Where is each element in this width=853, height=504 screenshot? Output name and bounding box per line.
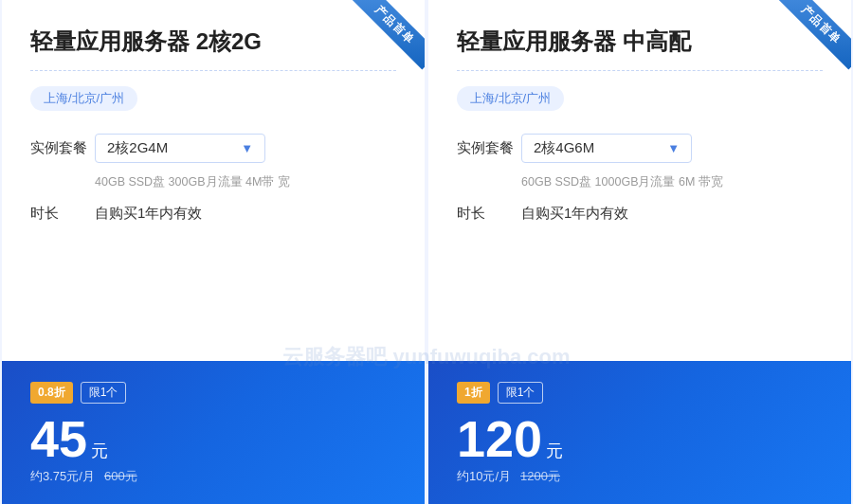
- badge-discount-right: 1折: [457, 382, 490, 404]
- spec-label-right: 实例套餐: [457, 139, 521, 157]
- price-monthly-right: 约10元/月: [457, 468, 511, 485]
- card-right-bottom: 1折 限1个 120 元 约10元/月 1200元: [428, 361, 851, 504]
- ribbon-left-text: 产品首单: [350, 0, 425, 70]
- spec-row-left: 实例套餐 2核2G4M ▼: [30, 134, 396, 163]
- badge-limit-left: 限1个: [81, 382, 127, 404]
- price-unit-left: 元: [91, 440, 108, 462]
- price-main-right: 120 元: [457, 413, 823, 464]
- card-right-title: 轻量应用服务器 中高配: [457, 27, 823, 57]
- location-tag-left: 上海/北京/广州: [30, 86, 137, 111]
- spec-desc-left: 40GB SSD盘 300GB月流量 4M带 宽: [95, 172, 396, 191]
- spec-select-left[interactable]: 2核2G4M ▼: [95, 134, 265, 163]
- badge-limit-right: 限1个: [498, 382, 544, 404]
- spec-select-right[interactable]: 2核4G6M ▼: [521, 134, 692, 163]
- duration-label-left: 时长: [30, 205, 95, 223]
- price-main-left: 45 元: [30, 413, 396, 464]
- card-left-bottom: 0.8折 限1个 45 元 约3.75元/月 600元: [2, 361, 425, 504]
- badge-row-left: 0.8折 限1个: [30, 382, 396, 404]
- spec-select-text-right: 2核4G6M: [534, 139, 658, 157]
- ribbon-right-text: 产品首单: [776, 0, 851, 70]
- price-unit-right: 元: [546, 440, 563, 462]
- badge-row-right: 1折 限1个: [457, 382, 823, 404]
- price-sub-right: 约10元/月 1200元: [457, 468, 823, 485]
- chevron-down-icon-left: ▼: [241, 141, 253, 155]
- card-left: 产品首单 轻量应用服务器 2核2G 上海/北京/广州 实例套餐 2核2G4M ▼…: [2, 0, 425, 504]
- price-original-right: 1200元: [520, 468, 560, 485]
- price-original-left: 600元: [104, 468, 137, 485]
- price-number-left: 45: [30, 413, 87, 464]
- price-number-right: 120: [457, 413, 542, 464]
- divider-right: [457, 70, 823, 71]
- card-right: 产品首单 轻量应用服务器 中高配 上海/北京/广州 实例套餐 2核4G6M ▼ …: [428, 0, 851, 504]
- ribbon-right: 产品首单: [775, 0, 851, 76]
- spec-row-right: 实例套餐 2核4G6M ▼: [457, 134, 823, 163]
- location-tag-right: 上海/北京/广州: [457, 86, 564, 111]
- card-left-title: 轻量应用服务器 2核2G: [30, 27, 396, 57]
- spec-label-left: 实例套餐: [30, 139, 95, 157]
- duration-value-left: 自购买1年内有效: [95, 205, 202, 223]
- spec-desc-right: 60GB SSD盘 1000GB月流量 6M 带宽: [521, 172, 823, 191]
- divider-left: [30, 70, 396, 71]
- duration-value-right: 自购买1年内有效: [521, 205, 628, 223]
- badge-discount-left: 0.8折: [30, 382, 73, 404]
- duration-row-left: 时长 自购买1年内有效: [30, 205, 396, 223]
- card-right-top: 产品首单 轻量应用服务器 中高配 上海/北京/广州 实例套餐 2核4G6M ▼ …: [428, 0, 851, 361]
- spec-select-text-left: 2核2G4M: [107, 139, 231, 157]
- card-left-top: 产品首单 轻量应用服务器 2核2G 上海/北京/广州 实例套餐 2核2G4M ▼…: [2, 0, 425, 361]
- chevron-down-icon-right: ▼: [667, 141, 680, 155]
- duration-row-right: 时长 自购买1年内有效: [457, 205, 823, 223]
- price-monthly-left: 约3.75元/月: [30, 468, 95, 485]
- ribbon-left: 产品首单: [349, 0, 425, 76]
- duration-label-right: 时长: [457, 205, 521, 223]
- price-sub-left: 约3.75元/月 600元: [30, 468, 396, 485]
